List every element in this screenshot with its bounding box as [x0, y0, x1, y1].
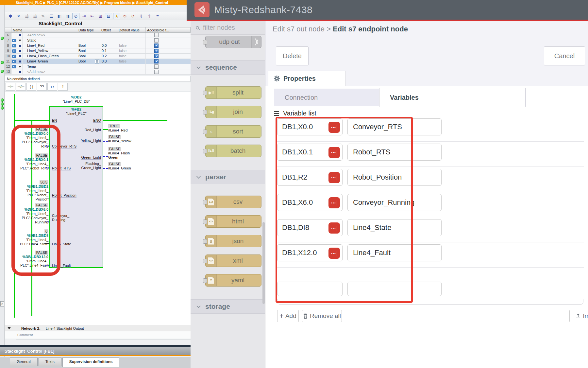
input-operand[interactable]: FALSE%DB1.DBX0.0"From_Line4_PLC".Conveyo… [8, 127, 48, 149]
variable-address-input[interactable]: DB1,X0.1••• [277, 144, 343, 161]
collapse-arrow-icon[interactable] [8, 327, 11, 329]
variable-name-input[interactable]: Conveyor_RTS [347, 118, 442, 135]
output-operand[interactable]: TRUE#Line4_Red [108, 124, 164, 132]
palette-node-xml[interactable]: <>xml [205, 254, 261, 267]
download-icon[interactable]: ⇓ [138, 13, 145, 19]
palette-section-sequence[interactable]: sequence [191, 60, 265, 75]
comments-icon[interactable]: ⊙ [72, 13, 79, 19]
header-name[interactable]: Name [11, 27, 77, 32]
block-interface-icon[interactable]: ⊟ [105, 13, 112, 19]
close-branch-icon[interactable]: ↥ [58, 83, 68, 91]
pin-conveyor-running-1[interactable]: Conveyor_ [52, 214, 69, 218]
variable-address-input[interactable]: DB1,X6.0••• [277, 194, 343, 211]
favorites-icon[interactable]: ★ [113, 13, 120, 19]
goto-next-icon[interactable]: ⇶ [23, 13, 30, 19]
keep-results-icon[interactable]: ✎ [40, 13, 47, 19]
scroll-right-icon[interactable] [0, 301, 4, 307]
properties-tab[interactable]: Properties [268, 71, 346, 86]
table-row[interactable]: 6<Add new> [5, 33, 191, 38]
address-helper-icon[interactable]: ••• [328, 172, 340, 183]
variable-address-input[interactable] [277, 282, 343, 296]
settings-icon[interactable]: ≡ [154, 13, 161, 19]
palette-node-csv[interactable]: 1,2csv [205, 196, 261, 208]
modify-value-icon[interactable]: ⊞ [97, 13, 104, 19]
pin-conveyor-running-2[interactable]: Running [52, 218, 65, 222]
pin-red-light[interactable]: Red_Light [85, 128, 101, 132]
palette-scrollbar[interactable] [262, 222, 265, 304]
tab-connection[interactable]: Connection [274, 89, 379, 106]
delete-button[interactable]: Delete [276, 46, 309, 65]
output-operand[interactable]: FALSE#Line4_Flash_Green [108, 147, 164, 160]
delete-tag-icon[interactable]: ✕ [15, 13, 22, 19]
checkbox-unchecked[interactable] [154, 33, 159, 37]
checkbox-unchecked[interactable] [154, 64, 159, 69]
checkbox-checked[interactable] [154, 54, 159, 58]
palette-node-batch[interactable]: ⠿▸⠿batch [205, 145, 261, 157]
palette-section-storage[interactable]: storage [191, 299, 265, 314]
pin-flashing-green-light-1[interactable]: Flashing_ [85, 162, 101, 166]
table-row[interactable]: 7Static [5, 38, 191, 43]
add-variable-button[interactable]: Add [277, 310, 299, 322]
variable-address-input[interactable]: DB1,X12.0••• [277, 244, 343, 261]
table-row[interactable]: 12Temp [5, 64, 191, 69]
coil-icon[interactable]: ( ) [26, 83, 36, 91]
empty-box-icon[interactable]: ?? [37, 83, 47, 91]
checkbox-checked[interactable] [154, 44, 159, 48]
tab-variables[interactable]: Variables [379, 88, 526, 107]
pin-en[interactable]: EN [52, 118, 57, 123]
checkbox-checked[interactable] [154, 59, 159, 63]
monitor-off-icon[interactable]: ⇤ [89, 13, 96, 19]
goto-prev-icon[interactable]: ⇶ [31, 13, 39, 19]
tab-supervision-definitions[interactable]: Supervision definitions [62, 358, 120, 367]
fbd-view-icon[interactable]: ◨ [64, 13, 71, 19]
import-button[interactable]: Imp [569, 310, 588, 322]
table-row[interactable]: 11Line4_GreenBool0.3false [5, 59, 191, 64]
remove-all-button[interactable]: Remove all [302, 310, 342, 322]
cancel-button[interactable]: Cancel [544, 46, 585, 65]
checkbox-unchecked[interactable] [154, 38, 159, 43]
palette-node-split[interactable]: ▮▸⠿split [205, 86, 261, 99]
ladder-view-icon[interactable]: ◧ [56, 13, 63, 19]
add-tag-icon[interactable]: ✱ [7, 13, 14, 19]
pin-line4-fault[interactable]: Line4_Fault [52, 264, 71, 268]
input-operand[interactable]: FALSE%DB1.DBX12.0"From_Line4_PLC".Line4_… [8, 251, 48, 268]
pin-green-light[interactable]: Green_Light [81, 155, 101, 160]
pin-eno[interactable]: ENO [93, 118, 101, 123]
palette-section-parser[interactable]: parser [191, 170, 265, 184]
go-online-icon[interactable]: ↻ [121, 13, 128, 19]
pin-line4-state[interactable]: Line4_State [52, 242, 71, 246]
table-row[interactable]: 10Line4_Flash_GreenBool0.2false [5, 54, 191, 59]
fbd-canvas[interactable]: %DB2 "Line4_PLC_DB" %FB2 "Line4_PLC" EN … [5, 92, 191, 325]
pin-robot-rts[interactable]: Robot_RTS [52, 166, 71, 170]
expand-icon[interactable] [19, 40, 21, 42]
network-comment[interactable]: Comment [5, 331, 191, 339]
input-operand[interactable]: 0%DB1.DBD8"From_Line4_PLC".Line4_State [8, 229, 48, 246]
network-2-header[interactable]: Network 2: Line 4 Stacklight Output [5, 325, 191, 331]
upload-icon[interactable]: ⇑ [146, 13, 153, 19]
palette-node-yaml[interactable]: Yyaml [205, 274, 261, 287]
monitor-on-icon[interactable]: ⇥ [80, 13, 88, 19]
go-offline-icon[interactable]: ↺ [129, 13, 137, 19]
palette-node-udp-out[interactable]: udp out [205, 36, 261, 48]
input-operand[interactable]: FALSE%DB1.DBX0.1"From_Line4_PLC".Robot_R… [8, 153, 48, 170]
output-operand[interactable]: FALSE#Line4_Yellow [108, 135, 164, 143]
breadcrumb[interactable]: Stacklight_PLC ▶ PLC_1 [CPU 1212C AC/DC/… [0, 0, 191, 5]
header-accessible[interactable]: Accessible f... [146, 27, 190, 32]
palette-search-input[interactable]: filter nodes [191, 21, 265, 35]
expand-icon[interactable] [19, 66, 21, 68]
pin-robot-position[interactable]: Robot_Position [52, 193, 76, 198]
breadcrumb-parent[interactable]: Edit s7 out node [273, 25, 325, 33]
pin-conveyor-rts[interactable]: Conveyor_RTS [52, 144, 76, 149]
pin-flashing-green-light-2[interactable]: Green_Light [81, 166, 101, 170]
variable-address-input[interactable]: DB1,X0.0••• [277, 118, 343, 135]
variable-name-input[interactable]: Line4_Fault [347, 244, 442, 261]
instance-db-label[interactable]: %DB2 "Line4_PLC_DB" [49, 95, 103, 104]
table-row[interactable]: 9Line4_YellowBool0.1false [5, 48, 191, 54]
header-default-value[interactable]: Default value [117, 27, 146, 32]
address-helper-icon[interactable]: ••• [328, 122, 340, 133]
outline-view-icon[interactable]: ☰ [48, 13, 55, 19]
variable-address-input[interactable]: DB1,DI8••• [277, 219, 343, 236]
palette-node-join[interactable]: ⠿▸▮join [205, 106, 261, 118]
variable-name-input[interactable]: Robot_RTS [347, 144, 442, 161]
pin-yellow-light[interactable]: Yellow_Light [81, 139, 101, 143]
